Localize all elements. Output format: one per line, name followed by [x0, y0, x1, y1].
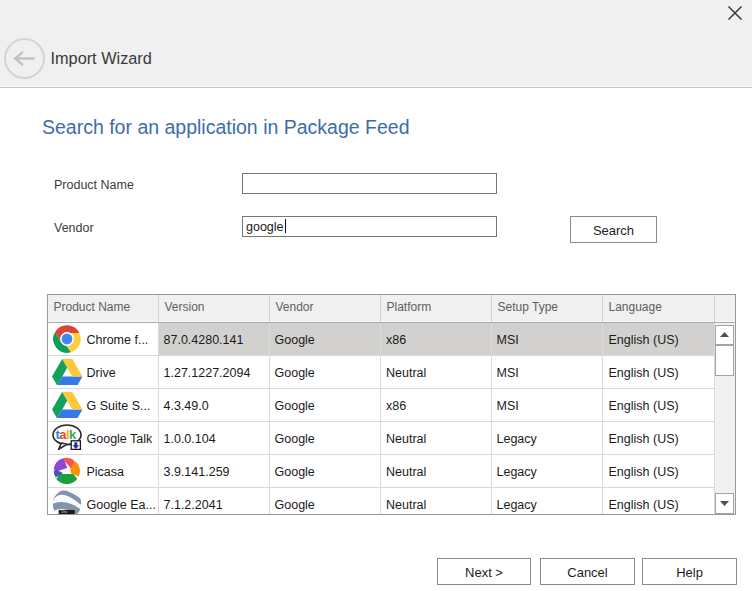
svg-text:Driv: Driv	[61, 510, 67, 514]
svg-text:talk: talk	[56, 427, 77, 442]
